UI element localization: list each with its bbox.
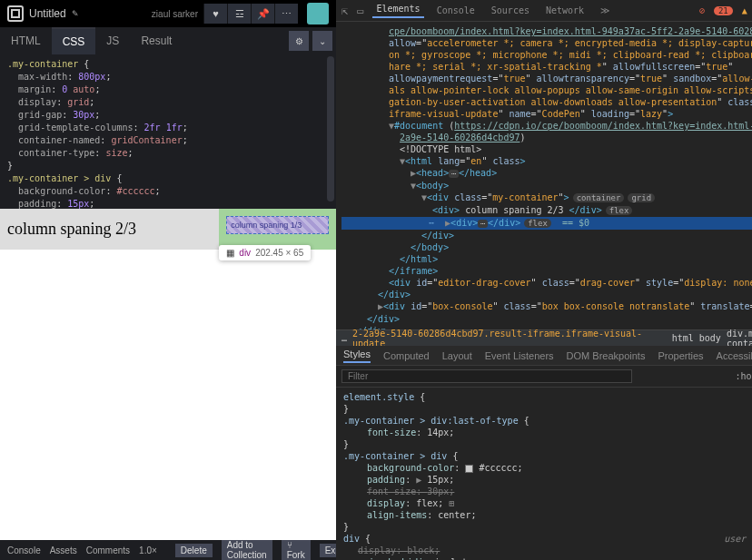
codepen-header: Untitled ✎ ziaul sarker ♥ ☲ 📌 ⋯	[0, 0, 336, 27]
crumb-body[interactable]: body	[699, 333, 721, 343]
dom-breadcrumbs: … 2-2a9e-5140-60286d4cbd97.result-iframe…	[336, 329, 752, 346]
codepen-logo-icon[interactable]	[7, 5, 24, 22]
result-col-23: column spaning 2/3	[0, 209, 219, 250]
inspected-element[interactable]: column spaning 1/3	[226, 216, 329, 234]
styles-filter-input[interactable]	[341, 369, 632, 383]
settings-icon[interactable]: ⚙	[289, 31, 309, 51]
tab-css[interactable]: CSS	[52, 27, 96, 54]
stab-a11y[interactable]: Accessibility	[717, 350, 752, 361]
heart-icon[interactable]: ♥	[203, 4, 227, 24]
comments-button[interactable]: Comments	[86, 545, 130, 555]
warning-icon[interactable]: ▲	[742, 5, 747, 15]
pen-author[interactable]: ziaul sarker	[152, 9, 198, 19]
crumb-overflow[interactable]: …	[341, 333, 347, 343]
codepen-footer: Console Assets Comments 1.0× Delete Add …	[0, 540, 336, 560]
user-avatar[interactable]	[307, 3, 329, 25]
tooltip-dimensions: 202.45 × 65	[255, 248, 303, 258]
add-collection-button[interactable]: Add to Collection	[222, 538, 272, 560]
tab-result[interactable]: Result	[130, 27, 183, 54]
stab-dombp[interactable]: DOM Breakpoints	[567, 350, 646, 361]
result-pane: column spaning 2/3 column spaning 1/3 ▦ …	[0, 209, 336, 540]
styles-tabs: Styles Computed Layout Event Listeners D…	[336, 346, 752, 366]
codepen-editor: Untitled ✎ ziaul sarker ♥ ☲ 📌 ⋯ HTML CSS…	[0, 0, 336, 560]
delete-button[interactable]: Delete	[175, 544, 213, 557]
device-icon[interactable]: ▭	[357, 5, 363, 17]
pin-icon[interactable]: 📌	[251, 4, 274, 24]
chevron-down-icon[interactable]: ⌄	[312, 31, 332, 51]
css-editor[interactable]: .my-container { max-width: 800px; margin…	[0, 54, 336, 209]
inspect-icon[interactable]: ⇱	[341, 5, 348, 17]
styles-rules[interactable]: element.style { } <style>.my-container >…	[336, 388, 752, 560]
devtools-header: ⇱ ▭ Elements Console Sources Network ≫ ⊘…	[336, 0, 752, 22]
header-icons: ♥ ☲ 📌 ⋯	[203, 4, 298, 24]
stab-styles[interactable]: Styles	[343, 349, 371, 363]
error-icon[interactable]: ⊘	[699, 5, 705, 15]
devtools-tab-network[interactable]: Network	[542, 5, 588, 15]
devtools-tab-overflow[interactable]: ≫	[597, 5, 613, 15]
styles-filter-bar: :hov .cls + ⿴ ◫ ▦	[336, 366, 752, 388]
dom-tree[interactable]: cpe/boomboom/index.html?key=index.html-9…	[336, 22, 752, 329]
layout-icon[interactable]: ☲	[227, 4, 251, 24]
tooltip-tag: div	[239, 248, 251, 258]
devtools-tab-elements[interactable]: Elements	[372, 4, 423, 18]
stab-layout[interactable]: Layout	[442, 350, 472, 361]
selected-dom-node[interactable]: ⋯ ▶<div>⋯</div>flex == $0	[341, 217, 752, 230]
edit-title-icon[interactable]: ✎	[72, 9, 79, 18]
fork-button[interactable]: ⑂ Fork	[282, 538, 311, 560]
result-col-13: column spaning 1/3 ▦ div 202.45 × 65	[219, 209, 336, 250]
editor-tabs: HTML CSS JS Result ⚙ ⌄	[0, 27, 336, 54]
console-button[interactable]: Console	[7, 545, 41, 555]
stab-computed[interactable]: Computed	[383, 350, 430, 361]
stab-props[interactable]: Properties	[658, 350, 703, 361]
devtools-tab-sources[interactable]: Sources	[488, 5, 533, 15]
devtools-panel: ⇱ ▭ Elements Console Sources Network ≫ ⊘…	[336, 0, 752, 560]
warn-count-badge[interactable]: 21	[714, 6, 733, 15]
pen-title[interactable]: Untitled	[29, 7, 66, 20]
tab-js[interactable]: JS	[95, 27, 130, 54]
devtools-tab-console[interactable]: Console	[433, 5, 479, 15]
zoom-level[interactable]: 1.0×	[139, 545, 157, 555]
tab-html[interactable]: HTML	[0, 27, 52, 54]
hov-button[interactable]: :hov	[735, 371, 752, 381]
grid-badge-icon: ▦	[226, 248, 234, 258]
crumb-html[interactable]: html	[672, 333, 694, 343]
menu-icon[interactable]: ⋯	[274, 4, 298, 24]
editor-scrollbar[interactable]	[327, 56, 334, 201]
assets-button[interactable]: Assets	[50, 545, 77, 555]
stab-events[interactable]: Event Listeners	[485, 350, 554, 361]
inspect-tooltip: ▦ div 202.45 × 65	[219, 245, 311, 260]
